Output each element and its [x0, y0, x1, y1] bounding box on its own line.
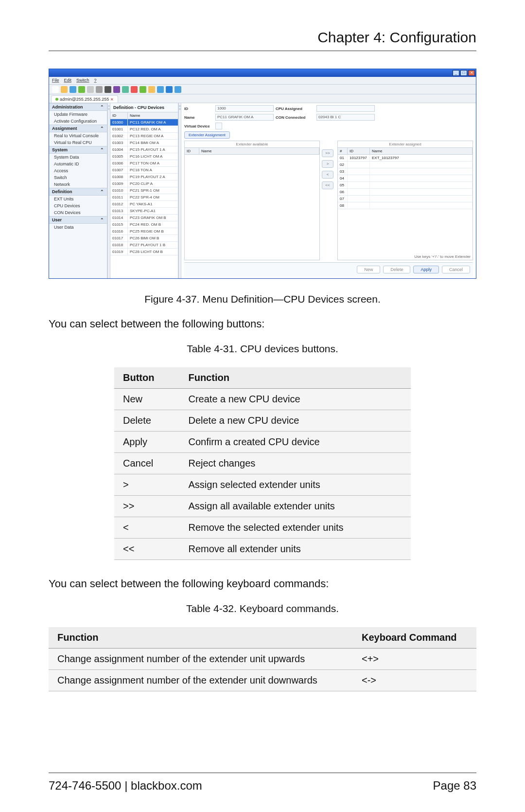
sidebar-item[interactable]: Network [49, 181, 107, 188]
device-row[interactable]: 01001PC12 RED. OM A [110, 126, 178, 133]
tab-label: admin@255.255.255.255 [60, 97, 109, 102]
con-connected-field: 02043 Bi 1 C [316, 114, 375, 121]
id-field[interactable]: 1000 [215, 105, 274, 112]
sidebar-item[interactable]: Update Firmware [49, 111, 107, 118]
cpu-assigned-field[interactable] [316, 105, 375, 112]
detail-panel: ID 1000 CPU Assigned Name PC11 GRAFIK OM… [181, 103, 476, 278]
tabstrip: admin@255.255.255.255 ✕ [49, 94, 476, 103]
sidebar-section-definition[interactable]: Definition⌃ [49, 188, 107, 196]
sidebar-item[interactable]: Automatic ID [49, 161, 107, 167]
menu-switch[interactable]: Switch [76, 78, 89, 83]
toolbar-icon-0[interactable] [52, 86, 59, 93]
toolbar-icon-10[interactable] [140, 86, 146, 93]
virtual-device-checkbox[interactable] [215, 123, 222, 129]
toolbar-icon-7[interactable] [113, 86, 120, 93]
menu-edit[interactable]: Edit [64, 78, 72, 83]
assigned-row[interactable]: 02 [338, 162, 472, 168]
panel-title: Definition - CPU Devices [110, 103, 178, 112]
toolbar-icon-8[interactable] [122, 86, 129, 93]
name-field[interactable]: PC11 GRAFIK OM A [215, 114, 274, 121]
tab-close-icon[interactable]: ✕ [110, 97, 114, 102]
sidebar-item[interactable]: CPU Devices [49, 202, 107, 209]
device-row[interactable]: 01002PC13 REGIE OM A [110, 133, 178, 140]
sidebar-item[interactable]: Virtual to Real CPU [49, 139, 107, 146]
device-list-header: IDName [110, 112, 178, 119]
sidebar-section-administration[interactable]: Administration⌃ [49, 103, 107, 111]
device-row[interactable]: 01017PC26 BiMi OM B [110, 235, 178, 242]
new-button[interactable]: New [357, 266, 380, 273]
apply-button[interactable]: Apply [413, 266, 439, 273]
assigned-row[interactable]: 05 [338, 182, 472, 189]
sidebar-item[interactable]: Activate Configuration [49, 118, 107, 125]
sidebar-section-user[interactable]: User⌃ [49, 216, 107, 224]
device-row[interactable]: 01006PC17 TON OM A [110, 160, 178, 167]
toolbar-icon-12[interactable] [157, 86, 164, 93]
menu-?[interactable]: ? [94, 78, 97, 83]
toolbar-icon-3[interactable] [78, 86, 85, 93]
cancel-button[interactable]: Cancel [442, 266, 470, 273]
move-button[interactable]: < [322, 171, 333, 179]
device-row[interactable]: 01013SKYPE-PC-A1 [110, 208, 178, 215]
menu-file[interactable]: File [52, 78, 59, 83]
sidebar-item[interactable]: EXT Units [49, 196, 107, 202]
device-row[interactable]: 01018PC27 PLAYOUT 1 B [110, 242, 178, 249]
close-icon[interactable]: ✕ [468, 70, 475, 76]
table-row: ApplyConfirm a created CPU device [114, 432, 411, 453]
sidebar-section-system[interactable]: System⌃ [49, 146, 107, 154]
delete-button[interactable]: Delete [383, 266, 410, 273]
move-button[interactable]: > [322, 160, 333, 168]
device-row[interactable]: 01011PC22 SPR-4 OM [110, 194, 178, 201]
toolbar-icon-11[interactable] [148, 86, 155, 93]
device-row[interactable]: 01007PC18 TON A [110, 167, 178, 174]
device-row[interactable]: 01014PC23 GRAFIK OM B [110, 215, 178, 221]
toolbar-icon-4[interactable] [87, 86, 94, 93]
toolbar-icon-6[interactable] [105, 86, 111, 93]
device-row[interactable]: 01012PC YAKS-A1 [110, 201, 178, 208]
connection-tab[interactable]: admin@255.255.255.255 ✕ [51, 95, 118, 103]
device-row[interactable]: 01016PC25 REGIE OM B [110, 228, 178, 235]
device-row[interactable]: 01009PC20 CLIP A [110, 180, 178, 187]
sidebar-item[interactable]: Switch [49, 174, 107, 181]
device-list-rows: 01000PC11 GRAFIK OM A01001PC12 RED. OM A… [110, 119, 178, 278]
sidebar-item[interactable]: CON Devices [49, 209, 107, 216]
device-row[interactable]: 01015PC24 RED. OM B [110, 221, 178, 228]
minimize-icon[interactable]: _ [453, 70, 459, 76]
sidebar-item[interactable]: User Data [49, 224, 107, 231]
toolbar-icon-9[interactable] [131, 86, 138, 93]
sidebar-item[interactable]: System Data [49, 154, 107, 161]
assigned-row[interactable]: 06 [338, 189, 472, 196]
menubar: FileEditSwitch? [49, 77, 476, 85]
sidebar-item[interactable]: Access [49, 167, 107, 174]
extender-assignment-tab[interactable]: Extender Assignment [184, 131, 230, 139]
move-button[interactable]: << [322, 181, 333, 189]
toolbar-icon-13[interactable] [166, 86, 173, 93]
app-window: _ □ ✕ FileEditSwitch? admin@255.255.255.… [49, 69, 476, 279]
device-row[interactable]: 01003PC14 BiMi OM A [110, 140, 178, 146]
sidebar-section-assignment[interactable]: Assignment⌃ [49, 125, 107, 132]
device-row[interactable]: 01008PC19 PLAYOUT 2 A [110, 174, 178, 180]
table-row: CancelReject changes [114, 453, 411, 474]
table1-caption: Table 4-31. CPU devices buttons. [49, 343, 476, 355]
assigned-row[interactable]: 03 [338, 168, 472, 175]
device-row[interactable]: 01004PC15 PLAYOUT 1 A [110, 146, 178, 153]
toolbar-icon-5[interactable] [96, 86, 103, 93]
assigned-row[interactable]: 0110123797EXT_10123797 [338, 155, 472, 162]
cpu-assigned-label: CPU Assigned [276, 107, 315, 111]
toolbar-icon-14[interactable] [175, 86, 181, 93]
device-row[interactable]: 01019PC28 LICHT OM B [110, 249, 178, 255]
table-row: DeleteDelete a new CPU device [114, 410, 411, 432]
maximize-icon[interactable]: □ [460, 70, 467, 76]
device-row[interactable]: 01005PC16 LICHT OM A [110, 153, 178, 160]
assigned-row[interactable]: 04 [338, 175, 472, 182]
footer-contact: 724-746-5500 | blackbox.com [49, 779, 202, 793]
name-label: Name [184, 115, 213, 120]
device-row[interactable]: 01000PC11 GRAFIK OM A [110, 119, 178, 126]
sidebar-item[interactable]: Real to Virtual Console [49, 132, 107, 139]
assigned-row[interactable]: 07 [338, 196, 472, 202]
toolbar-icon-1[interactable] [61, 86, 68, 93]
toolbar-icon-2[interactable] [70, 86, 76, 93]
move-button[interactable]: >> [322, 149, 333, 157]
assigned-row[interactable]: 08 [338, 202, 472, 209]
paragraph: You can select between the following but… [49, 318, 476, 330]
device-row[interactable]: 01010PC21 SPR-1 OM [110, 187, 178, 194]
